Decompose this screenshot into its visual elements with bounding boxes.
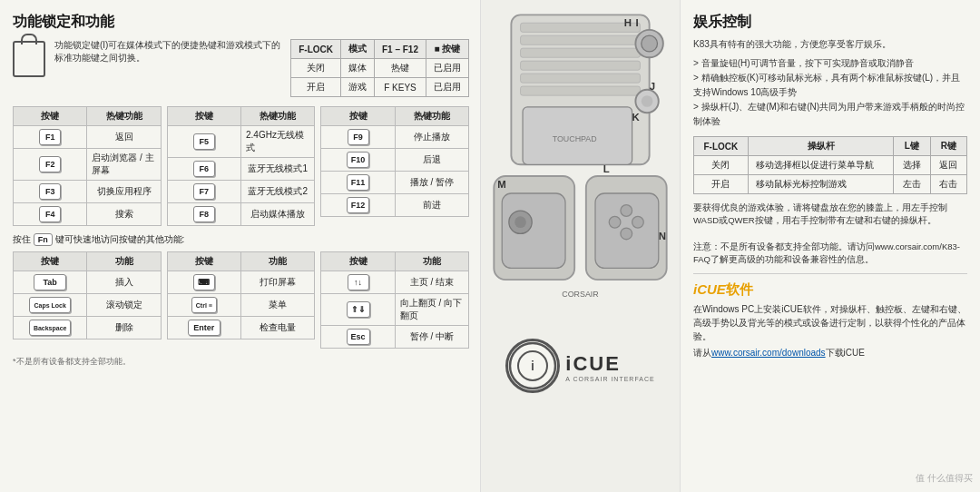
- icue-text: iCUE: [565, 352, 654, 376]
- key-f2: F2: [39, 156, 61, 172]
- svg-point-8: [642, 35, 658, 52]
- svg-text:J: J: [650, 81, 655, 92]
- svg-point-27: [632, 216, 644, 228]
- bullet-3: 操纵杆(J)、左键(M)和右键(N)共同为用户带来游戏手柄般的时尚控制体验: [693, 100, 967, 129]
- right-section-title: 娱乐控制: [693, 13, 967, 32]
- key-f4: F4: [39, 206, 61, 222]
- svg-rect-22: [502, 193, 565, 268]
- warning-text: 要获得优良的游戏体验，请将键盘放在您的膝盖上，用左手控制WASD或QWER按键，…: [693, 202, 967, 266]
- hotkey-row: F8 启动媒体播放: [167, 203, 316, 226]
- bullet-list: 音量旋钮(H)可调节音量，按下可实现静音或取消静音 精确触控板(K)可移动鼠标光…: [693, 56, 967, 129]
- svg-rect-4: [521, 61, 641, 70]
- key-esc: Esc: [347, 329, 370, 345]
- svg-point-12: [642, 95, 653, 107]
- icue-download-link: 请从www.corsair.com/downloads下载iCUE: [693, 347, 967, 359]
- ctrl-header-3: R键: [930, 137, 966, 156]
- key-menu: Ctrl ≡: [191, 297, 217, 313]
- flock-header-2: 模式: [340, 40, 374, 59]
- hotkey-grid-bottom: 按键 功能 Tab 插入 Caps Lock 滚动锁定 Backspace 删除: [13, 251, 469, 349]
- watermark: 值 什么值得买: [916, 472, 973, 485]
- svg-point-25: [514, 216, 526, 228]
- key-pgupdown: ⇑⇓: [347, 301, 370, 318]
- hotkey-row: Caps Lock 滚动锁定: [13, 294, 162, 317]
- fn-section: 按住 Fn 键可快速地访问按键的其他功能:: [13, 233, 469, 246]
- right-panel: 娱乐控制 K83具有特有的强大功能，方便您享受客厅娱乐。 音量旋钮(H)可调节音…: [681, 0, 980, 492]
- key-f12: F12: [347, 197, 370, 213]
- svg-rect-1: [521, 23, 641, 32]
- hotkey-col-bottom-3: 按键 功能 ↑↓ 主页 / 结束 ⇑⇓ 向上翻页 / 向下翻页 Esc 暂停 /…: [320, 251, 469, 349]
- key-capslock: Caps Lock: [29, 297, 70, 313]
- hotkey-row: ⌨ 打印屏幕: [167, 271, 316, 294]
- left-section-title: 功能锁定和功能: [13, 13, 469, 32]
- hotkey-row: F3 切换应用程序: [13, 181, 162, 203]
- hotkey-row: F10 后退: [320, 149, 469, 172]
- icue-sub-text: A CORSAIR INTERFACE: [565, 376, 654, 382]
- key-enter: Enter: [188, 320, 220, 336]
- icue-colored-text: iCUE: [693, 281, 726, 297]
- key-f1: F1: [39, 129, 61, 145]
- key-backspace: Backspace: [29, 320, 72, 336]
- hotkey-row: F6 蓝牙无线模式1: [167, 158, 316, 181]
- device-diagram: H I J K TOUCHPAD L M N: [488, 9, 672, 331]
- control-table: F-LOCK 操纵杆 L键 R键 关闭 移动选择框以促进行菜单导航 选择 返回 …: [693, 136, 967, 194]
- svg-point-26: [621, 205, 632, 217]
- divider: [693, 273, 967, 274]
- hotkey-col-bottom-2: 按键 功能 ⌨ 打印屏幕 Ctrl ≡ 菜单 Enter 检查电量: [167, 251, 316, 349]
- hotkey-row: F5 2.4GHz无线模式: [167, 126, 316, 158]
- table-row: 关闭 媒体 热键 已启用: [291, 59, 469, 78]
- icue-circle-icon: i: [505, 339, 560, 393]
- table-row: 开启 移动鼠标光标控制游戏 左击 右击: [694, 175, 967, 194]
- flock-header-3: F1 – F12: [374, 40, 426, 59]
- bottom-note: *不是所有设备都支持全部功能。: [13, 356, 469, 368]
- hotkey-row: F7 蓝牙无线模式2: [167, 181, 316, 203]
- bullet-1: 音量旋钮(H)可调节音量，按下可实现静音或取消静音: [693, 56, 967, 71]
- key-f7: F7: [193, 183, 215, 200]
- key-f9: F9: [348, 129, 369, 145]
- hotkey-col-1: 按键 热键功能 F1 返回 F2 启动浏览器 / 主屏幕 F3 切换应用程序 F…: [13, 106, 162, 226]
- bullet-2: 精确触控板(K)可移动鼠标光标，具有两个标准鼠标按键(L)，并且支持Window…: [693, 71, 967, 100]
- icue-suffix: 软件: [726, 281, 753, 297]
- ctrl-header-2: L键: [894, 137, 930, 156]
- svg-text:K: K: [632, 112, 641, 123]
- table-row: 开启 游戏 F KEYS 已启用: [291, 78, 469, 97]
- hotkey-row: ↑↓ 主页 / 结束: [320, 271, 469, 294]
- svg-rect-5: [521, 74, 641, 83]
- hotkey-row: Tab 插入: [13, 271, 162, 294]
- right-desc: K83具有特有的强大功能，方便您享受客厅娱乐。: [693, 37, 967, 51]
- key-arrows-ud: ↑↓: [348, 274, 369, 290]
- hotkey-row: ⇑⇓ 向上翻页 / 向下翻页: [320, 294, 469, 326]
- key-f6: F6: [193, 161, 215, 177]
- icue-software-title: iCUE软件: [693, 281, 967, 299]
- flock-header-4: ■ 按键: [426, 40, 469, 59]
- hotkey-row: F4 搜索: [13, 203, 162, 226]
- hotkey-row: F1 返回: [13, 126, 162, 149]
- flock-section: 功能锁定键(I)可在媒体模式下的便捷热键和游戏模式下的标准功能键之间切换。 F-…: [13, 39, 469, 97]
- hotkey-row: Esc 暂停 / 中断: [320, 326, 469, 349]
- key-f8: F8: [193, 206, 215, 222]
- key-f3: F3: [39, 183, 61, 200]
- lock-icon: [13, 41, 45, 77]
- key-f5: F5: [193, 133, 215, 150]
- flock-header-1: F-LOCK: [291, 40, 341, 59]
- ctrl-header-0: F-LOCK: [694, 137, 749, 156]
- left-panel: 功能锁定和功能 功能锁定键(I)可在媒体模式下的便捷热键和游戏模式下的标准功能键…: [0, 0, 481, 492]
- svg-text:CORSAIR: CORSAIR: [562, 290, 598, 299]
- hotkey-grid-top: 按键 热键功能 F1 返回 F2 启动浏览器 / 主屏幕 F3 切换应用程序 F…: [13, 106, 469, 226]
- flock-table: F-LOCK 模式 F1 – F12 ■ 按键 关闭 媒体 热键 已启用 开启: [290, 39, 469, 97]
- svg-text:N: N: [659, 231, 666, 241]
- svg-rect-6: [521, 86, 641, 95]
- key-f10: F10: [347, 152, 370, 168]
- hotkey-row: Enter 检查电量: [167, 317, 316, 339]
- hotkey-row: Ctrl ≡ 菜单: [167, 294, 316, 317]
- svg-rect-3: [521, 48, 641, 57]
- key-tab: Tab: [34, 274, 66, 290]
- hotkey-col-3: 按键 热键功能 F9 停止播放 F10 后退 F11 播放 / 暂停 F12: [320, 106, 469, 226]
- svg-text:i: i: [531, 359, 534, 373]
- hotkey-row: F11 播放 / 暂停: [320, 172, 469, 194]
- hotkey-row: F9 停止播放: [320, 126, 469, 149]
- ctrl-header-1: 操纵杆: [748, 137, 893, 156]
- hotkey-row: F2 启动浏览器 / 主屏幕: [13, 149, 162, 181]
- hotkey-row: F12 前进: [320, 194, 469, 217]
- svg-text:TOUCHPAD: TOUCHPAD: [553, 134, 597, 143]
- hotkey-col-bottom-1: 按键 功能 Tab 插入 Caps Lock 滚动锁定 Backspace 删除: [13, 251, 162, 349]
